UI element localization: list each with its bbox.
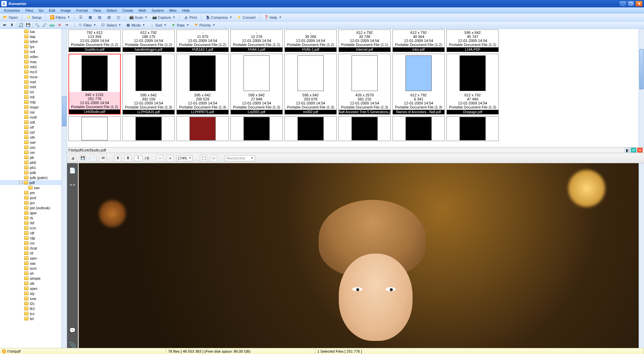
pdf-page-input[interactable]: 1 — [134, 155, 142, 161]
thumbnail-card[interactable] — [338, 116, 391, 141]
tree-item[interactable]: pm — [0, 190, 67, 195]
attachment-icon[interactable]: 📎 — [69, 342, 76, 348]
thumbnail-card[interactable]: 612 x 7926 34112-01-2009 14:54Portable D… — [392, 54, 445, 115]
thumbnail-card[interactable]: 612 x 79233 73812-01-2009 14:54Portable … — [338, 30, 391, 52]
menu-go[interactable]: Go — [36, 8, 46, 13]
tree-item[interactable]: mht — [0, 84, 67, 89]
menu-misc[interactable]: Misc — [166, 8, 179, 13]
view-tiles-button[interactable]: ▦ — [86, 15, 94, 20]
comment-icon[interactable]: 💬 — [69, 327, 76, 334]
convert-button[interactable]: ⚡Convert — [235, 15, 257, 20]
thumbnail-card[interactable]: 595 x 842203 07812-01-2009 14:54Portable… — [284, 54, 337, 115]
collapse-icon[interactable]: - — [19, 181, 22, 184]
menu-create[interactable]: Create — [119, 8, 136, 13]
pages-panel-icon[interactable]: 📄 — [69, 167, 76, 174]
menu-web[interactable]: Web — [136, 8, 149, 13]
tree-item[interactable]: mel — [0, 79, 67, 84]
tree-item[interactable]: tcx — [0, 311, 67, 316]
rename-icon[interactable]: a|e — [49, 23, 55, 28]
minimize-button[interactable]: _ — [619, 1, 627, 7]
menu-help[interactable]: Help — [179, 8, 193, 13]
refresh-icon[interactable]: 🔄 — [18, 23, 24, 28]
tree-item[interactable]: m4 — [0, 49, 67, 54]
capture-button[interactable]: 📷Capture▼ — [151, 15, 177, 20]
tree-item[interactable]: pst (outlook) — [0, 205, 67, 210]
menu-konvertor[interactable]: Konvertor — [1, 8, 23, 13]
thumbnail-card[interactable]: 595 x 84227 64812-01-2009 14:54Portable … — [230, 54, 283, 115]
tree-item[interactable]: sas — [0, 261, 67, 266]
maximize-button[interactable]: ❐ — [627, 1, 635, 7]
tree-item[interactable]: sav — [0, 185, 67, 190]
crop-icon[interactable]: ✂ — [64, 23, 70, 28]
close-panel-button[interactable]: ✕ — [637, 148, 643, 152]
tree-item[interactable]: spec — [0, 286, 67, 291]
priority-button[interactable]: ⚑Priority▼ — [192, 23, 217, 28]
tree-item[interactable]: simple — [0, 276, 67, 281]
tree-item[interactable]: odt — [0, 120, 67, 125]
tree-item[interactable]: mc3 — [0, 69, 67, 74]
nav-up-icon[interactable]: ⬆ — [9, 23, 15, 28]
dock-button[interactable]: ◧ — [625, 148, 630, 152]
nav-back-icon[interactable]: ⬅ — [1, 23, 7, 28]
tree-item[interactable]: tel — [0, 316, 67, 321]
tree-item[interactable]: mli — [0, 94, 67, 99]
thumbnail-card[interactable]: -12 27812-01-2009 14:54Portable Document… — [230, 30, 283, 52]
scrollbar-thumb[interactable] — [62, 96, 66, 126]
thumbnail-card[interactable]: -39 26612-01-2009 14:54Portable Document… — [284, 30, 337, 52]
rate-button[interactable]: ★Rate▼ — [169, 23, 191, 28]
tree-item[interactable]: pb1 — [0, 165, 67, 170]
tree-item[interactable]: scm — [0, 266, 67, 271]
thumbnail-card[interactable]: 792 x 612113 35912-01-2009 14:54Portable… — [68, 30, 121, 52]
tree-item[interactable]: rnc — [0, 240, 67, 246]
tree-item[interactable]: lyx — [0, 44, 67, 49]
tree-item[interactable]: nsi — [0, 109, 67, 115]
tree-item[interactable]: pdb — [0, 170, 67, 175]
tree-item[interactable]: mac — [0, 59, 67, 64]
thumbnail-card[interactable] — [68, 116, 121, 141]
tree-item[interactable]: owl — [0, 140, 67, 145]
menu-format[interactable]: Format — [73, 8, 91, 13]
menu-image[interactable]: Image — [58, 8, 74, 13]
tree-item[interactable]: nvdl — [0, 115, 67, 120]
pdf-fitwidth-button[interactable]: ↔ — [210, 154, 217, 162]
tree-item[interactable]: rtcat — [0, 246, 67, 251]
tree-item[interactable]: lwp — [0, 34, 67, 39]
thumbnail-card[interactable]: 612 x 79247 49012-01-2009 14:54Portable … — [446, 54, 499, 115]
thumbnail-card[interactable] — [284, 116, 337, 141]
tree-item[interactable]: rcm — [0, 225, 67, 230]
tree-item[interactable]: sxw — [0, 296, 67, 301]
compress-button[interactable]: 🗜Compress▼ — [204, 15, 234, 20]
thumbnail-card[interactable] — [392, 116, 445, 141]
thumbnail-card[interactable] — [230, 116, 283, 141]
thumbnail-card[interactable]: 426 x 2579661 21512-01-2009 14:54Portabl… — [338, 54, 391, 115]
view-list-button[interactable]: ☰ — [77, 15, 85, 20]
tree-item[interactable]: pb0 — [0, 160, 67, 165]
print-button[interactable]: 🖨Print — [182, 15, 199, 20]
tree-item[interactable]: pod — [0, 195, 67, 200]
filter-button[interactable]: ▽Filter▼ — [76, 23, 98, 28]
tree-item[interactable]: qpw — [0, 210, 67, 215]
tree-item[interactable]: osf — [0, 130, 67, 135]
select-button[interactable]: ☑Select▼ — [99, 23, 123, 28]
thumbnail-card[interactable] — [122, 116, 175, 141]
pdf-export-button[interactable]: 📄 — [89, 154, 97, 162]
tree-item[interactable]: oxc — [0, 145, 67, 150]
filters-button[interactable]: 🔽Filters▼ — [48, 15, 72, 20]
thumbnail-card[interactable]: -11 87012-01-2009 14:54Portable Document… — [176, 30, 229, 52]
tree-scrollbar[interactable] — [61, 29, 67, 348]
tree-item[interactable]: prv — [0, 200, 67, 205]
menu-select[interactable]: Select — [104, 8, 120, 13]
tree-item[interactable]: rb — [0, 215, 67, 220]
thumbnail-card[interactable] — [446, 116, 499, 141]
thumbnail-card[interactable]: 612 x 792188 17512-01-2009 14:54Portable… — [122, 30, 175, 52]
thumbnail-card[interactable]: 612 x 79240 56412-01-2009 14:54Portable … — [392, 30, 445, 52]
pdf-prev-button[interactable]: ⬆ — [114, 154, 121, 162]
tree-item[interactable]: sty — [0, 291, 67, 296]
tree-item[interactable]: mb1 — [0, 64, 67, 69]
tree-item[interactable]: mcw — [0, 74, 67, 79]
tree-item[interactable]: slk — [0, 281, 67, 286]
pdf-zoom-select[interactable]: 174%▼ — [176, 155, 193, 161]
mode-button[interactable]: ▦Mode▼ — [124, 23, 147, 28]
pdf-fitpage-button[interactable]: ⛶ — [200, 154, 207, 162]
tree-item[interactable]: sam — [0, 256, 67, 261]
